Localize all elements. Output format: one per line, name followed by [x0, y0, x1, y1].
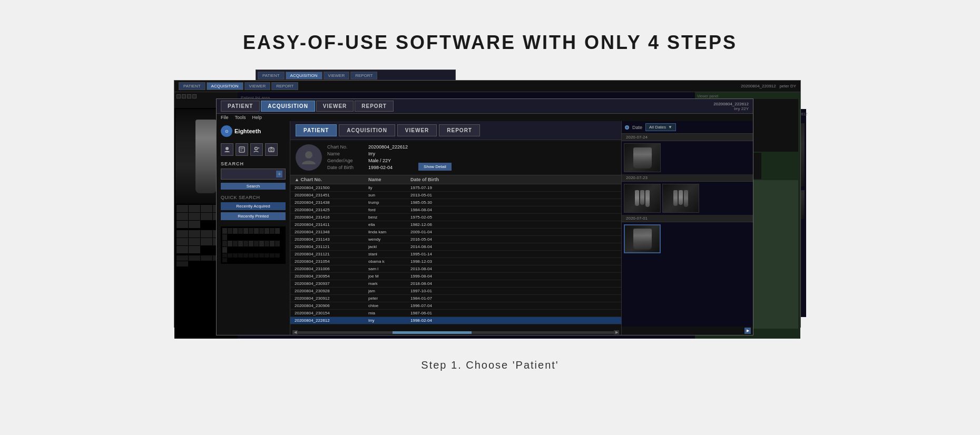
td-dob: 1984-08-04: [410, 207, 453, 212]
tab-acquisition[interactable]: ACQUISITION: [261, 101, 315, 112]
td-chart-no: 20200804_231121: [295, 252, 368, 256]
panel-tab-patient[interactable]: PATIENT: [296, 124, 337, 136]
svg-point-8: [270, 149, 272, 151]
nav-patient-name: Irry 22Y: [713, 106, 749, 111]
table-row[interactable]: 20200804_231425 ford 1984-08-04: [290, 206, 621, 214]
patient-list-area: PATIENT ACQUISITION VIEWER REPORT: [290, 121, 621, 335]
td-name: wendy: [368, 237, 410, 242]
patient-table: ▲ Chart No. Name Date of Birth 20200804_…: [290, 175, 621, 330]
td-name: jackl: [368, 244, 410, 249]
recently-acquired-button[interactable]: Recently Acquired: [221, 202, 286, 210]
date-group-images-2: [622, 182, 753, 215]
table-row[interactable]: 20200804_231438 trump 1985-05-30: [290, 199, 621, 206]
table-row[interactable]: 20200804_231121 jackl 2014-08-04: [290, 243, 621, 251]
date-group-images-1: [622, 141, 753, 174]
menu-file[interactable]: File: [221, 115, 229, 120]
td-dob: 2013-05-01: [410, 193, 453, 197]
icon-new-patient[interactable]: [250, 143, 263, 156]
td-name: stanl: [368, 252, 410, 256]
table-row[interactable]: 20200804_231143 wendy 2016-05-04: [290, 236, 621, 243]
menu-help[interactable]: Help: [252, 115, 262, 120]
tab-report[interactable]: REPORT: [355, 101, 394, 112]
xray-thumb-4[interactable]: [624, 224, 661, 253]
td-dob: 1999-08-04: [410, 274, 453, 279]
tab-patient[interactable]: PATIENT: [221, 101, 260, 112]
scroll-bar[interactable]: ◀ ▶: [290, 330, 621, 335]
td-chart-no: 20200804_231143: [295, 237, 368, 242]
table-row[interactable]: 20200804_231500 lly 1975-07-19: [290, 184, 621, 192]
td-name: Irry: [368, 318, 410, 323]
viewer-controls: ▶: [622, 327, 753, 335]
td-name: jam: [368, 289, 410, 293]
label-dob: Date of Birth: [327, 165, 364, 170]
td-dob: 2016-05-04: [410, 237, 453, 242]
date-group-header-2: 2020-07-23: [622, 174, 753, 182]
panel-tab-viewer[interactable]: VIEWER: [397, 124, 437, 136]
td-dob: 1985-05-30: [410, 200, 453, 205]
table-row[interactable]: 20200804_230928 jam 1997-10-01: [290, 288, 621, 295]
td-chart-no: 20200804_231006: [295, 266, 368, 271]
table-row[interactable]: 20200804_231054 obama k 1998-12-03: [290, 258, 621, 265]
svg-point-4: [255, 147, 258, 150]
bg-tab-report: REPORT: [350, 72, 377, 80]
icon-add-patient[interactable]: [221, 143, 233, 156]
search-input[interactable]: +: [221, 169, 286, 180]
quick-search-label: QUICK SEARCH: [221, 195, 286, 200]
date-radio[interactable]: [625, 125, 629, 130]
xray-thumb-1[interactable]: [624, 143, 661, 172]
patient-fields: Chart No. 20200804_222612 Name Irry Gend…: [327, 144, 408, 171]
td-name: peter: [368, 296, 410, 301]
td-chart-no: 20200804_222612: [295, 318, 368, 323]
table-row[interactable]: 20200804_231348 linda kam 2009-01-04: [290, 229, 621, 236]
scroll-thumb[interactable]: [393, 331, 472, 334]
td-dob: 2014-08-04: [410, 244, 453, 249]
search-plus-icon[interactable]: +: [276, 171, 282, 177]
table-body: 20200804_231500 lly 1975-07-19 20200804_…: [290, 184, 621, 324]
table-row[interactable]: 20200804_231121 stanl 1995-01-14: [290, 251, 621, 258]
td-name: benz: [368, 215, 410, 220]
table-row[interactable]: 20200804_231411 ella 1982-12-06: [290, 221, 621, 229]
left-sidebar: ⊙ Eighteeth: [217, 121, 290, 335]
table-row[interactable]: 20200804_230937 mark 2018-08-04: [290, 280, 621, 288]
xray-thumb-3[interactable]: [662, 184, 699, 213]
scroll-track[interactable]: [298, 331, 614, 334]
menu-tools[interactable]: Tools: [235, 115, 246, 120]
date-filter-select[interactable]: All Dates ▼: [645, 123, 676, 131]
td-dob: 1998-02-04: [410, 318, 453, 323]
xray-thumb-2[interactable]: [624, 184, 661, 213]
table-row[interactable]: 20200804_231006 sam l 2013-08-04: [290, 265, 621, 273]
scroll-left-btn[interactable]: ◀: [292, 330, 298, 334]
search-label: SEARCH: [221, 161, 286, 166]
show-detail-button[interactable]: Show Detail: [418, 163, 452, 171]
td-chart-no: 20200804_231121: [295, 244, 368, 249]
date-filter-bar: Date All Dates ▼: [622, 121, 753, 134]
table-row[interactable]: 20200804_231416 benz 1975-02-05: [290, 214, 621, 221]
panel-tab-acquisition[interactable]: ACQUISITION: [339, 124, 395, 136]
nav-bar: PATIENT ACQUISITION VIEWER REPORT 202008…: [217, 99, 753, 114]
td-dob: 1995-01-14: [410, 252, 453, 256]
td-chart-no: 20200804_231500: [295, 185, 368, 190]
table-row[interactable]: 20200804_222612 Irry 1998-02-04: [290, 317, 621, 324]
icon-patient-detail[interactable]: [236, 143, 248, 156]
table-row[interactable]: 20200804_230154 mia 1987-06-01: [290, 310, 621, 317]
panel-tab-report[interactable]: REPORT: [439, 124, 480, 136]
table-row[interactable]: 20200804_230954 joe M 1999-08-04: [290, 273, 621, 280]
main-window: PATIENT ACQUISITION VIEWER REPORT 202008…: [216, 98, 753, 335]
table-row[interactable]: 20200804_231451 sun 2013-05-01: [290, 192, 621, 199]
page-title: EASY-OF-USE SOFTWARE WITH ONLY 4 STEPS: [243, 32, 737, 54]
td-chart-no: 20200804_231438: [295, 200, 368, 205]
svg-point-0: [226, 147, 229, 150]
value-chart-no: 20200804_222612: [368, 144, 408, 150]
icon-camera[interactable]: [265, 143, 278, 156]
td-dob: 1975-02-05: [410, 215, 453, 220]
recently-printed-button[interactable]: Recently Printed: [221, 212, 286, 220]
td-name: sam l: [368, 266, 410, 271]
table-row[interactable]: 20200804_230912 peter 1984-01-07: [290, 295, 621, 302]
scroll-right-btn[interactable]: ▶: [614, 330, 619, 334]
search-button[interactable]: Search: [221, 183, 286, 190]
table-row[interactable]: 20200804_230906 chloe 1996-07-04: [290, 302, 621, 310]
tab-viewer[interactable]: VIEWER: [316, 101, 354, 112]
td-chart-no: 20200804_230912: [295, 296, 368, 301]
play-button[interactable]: ▶: [744, 328, 751, 334]
bg-tab-acquisition: ACQUISITION: [286, 72, 322, 80]
